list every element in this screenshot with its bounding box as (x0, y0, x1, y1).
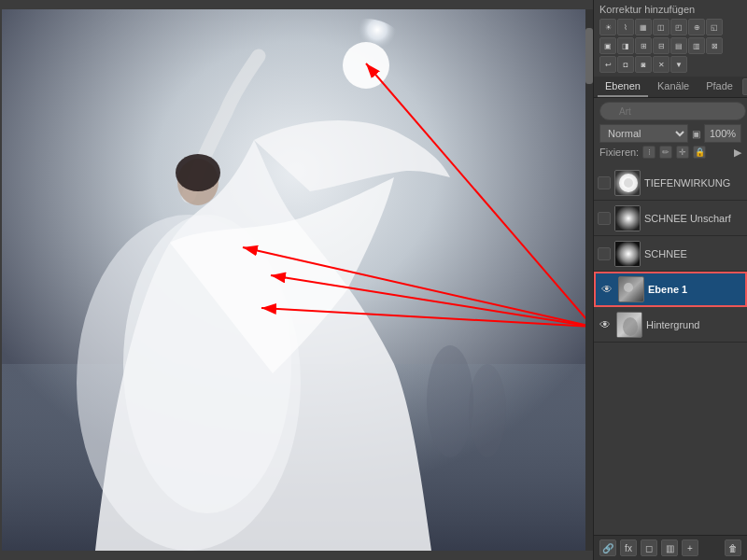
levels-icon[interactable]: ▦ (635, 19, 652, 35)
solid-color-icon[interactable]: ↩ (599, 56, 616, 73)
layer-schnee-unscharf[interactable]: SCHNEE Unscharf (594, 201, 747, 236)
add-style-btn[interactable]: fx (620, 539, 637, 556)
layer-thumb-tiefenwirkung (614, 170, 641, 196)
svg-point-9 (469, 364, 506, 457)
layer-thumb-schnee-unscharf (614, 205, 641, 231)
layer-thumb-hintergrund (616, 312, 642, 338)
layers-list: TIEFENWIRKUNG SCHNEE Unscharf SCHNEE 👁 (594, 165, 747, 535)
toolbar-row-1: ☀ ⌇ ▦ ◫ ◰ ⊕ ◱ (599, 19, 741, 35)
layer-visibility-schnee[interactable] (598, 247, 611, 260)
fix-move-icon[interactable]: ✛ (676, 146, 689, 159)
photo-background (2, 9, 590, 551)
layer-hintergrund[interactable]: 👁 Hintergrund (594, 307, 747, 343)
canvas-area (0, 0, 593, 560)
panel-title: Korrektur hinzufügen (599, 4, 741, 15)
toolbar-row-3: ↩ ◘ ◙ ✕ ▼ (599, 56, 741, 73)
gradient-icon[interactable]: ◙ (635, 56, 652, 73)
svg-point-16 (624, 178, 633, 188)
right-panel: Korrektur hinzufügen ☀ ⌇ ▦ ◫ ◰ ⊕ ◱ ▣ ◨ ⊞… (593, 0, 747, 560)
fixieren-label: Fixieren: (599, 147, 639, 158)
layer-tiefenwirkung[interactable]: TIEFENWIRKUNG (594, 165, 747, 201)
layer-thumb-ebene1 (618, 276, 644, 302)
layer-name-schnee: SCHNEE (644, 248, 743, 259)
fill-label: ▶ (734, 147, 741, 159)
channel-mixer-icon[interactable]: ⊞ (635, 37, 652, 54)
search-input[interactable] (599, 102, 746, 120)
search-row: 🔍 + ▦ (599, 102, 741, 120)
invert-icon[interactable]: ⊟ (653, 37, 669, 54)
search-wrapper: 🔍 (599, 102, 746, 120)
new-group-btn[interactable]: ▥ (661, 539, 678, 556)
vibrance-icon[interactable]: ⊕ (688, 19, 705, 35)
toolbar-row-2: ▣ ◨ ⊞ ⊟ ▤ ▥ ⊠ (599, 37, 741, 54)
fix-lock-icon[interactable]: 🔒 (693, 146, 706, 159)
svg-point-7 (176, 154, 220, 191)
svg-point-22 (623, 317, 638, 336)
layer-eye-ebene1[interactable]: 👁 (599, 282, 614, 297)
selective-color-icon[interactable]: ⊠ (706, 37, 723, 54)
canvas-scrollbar-thumb[interactable] (585, 28, 593, 84)
layer-visibility-schnee-unscharf[interactable] (598, 212, 611, 225)
svg-point-8 (427, 345, 473, 457)
svg-point-3 (343, 42, 389, 89)
panel-controls: 🔍 + ▦ Normal ▣ Fixieren: ⁝ ✏ ✛ 🔒 ▶ (594, 98, 747, 165)
brightness-icon[interactable]: ☀ (599, 19, 616, 35)
layer-name-schnee-unscharf: SCHNEE Unscharf (644, 213, 743, 224)
layer-name-hintergrund: Hintergrund (646, 319, 743, 330)
tab-ebenen[interactable]: Ebenen (598, 77, 648, 97)
photo-filter-icon[interactable]: ◨ (617, 37, 634, 54)
extra1-icon[interactable]: ✕ (653, 56, 669, 73)
fixieren-row: Fixieren: ⁝ ✏ ✛ 🔒 ▶ (599, 146, 741, 159)
layer-thumb-schnee (614, 241, 641, 267)
opacity-label: ▣ (692, 129, 700, 139)
link-layers-btn[interactable]: 🔗 (599, 539, 616, 556)
blend-mode-row: Normal ▣ (599, 124, 741, 143)
layer-eye-hintergrund[interactable]: 👁 (598, 317, 613, 332)
panel-footer: 🔗 fx ◻ ▥ + 🗑 (594, 535, 747, 560)
panel-menu-icon[interactable]: ▼ (742, 78, 747, 95)
curves-icon[interactable]: ⌇ (617, 19, 634, 35)
tab-pfade[interactable]: Pfade (698, 77, 740, 97)
add-mask-btn[interactable]: ◻ (641, 539, 657, 556)
canvas-scrollbar[interactable] (585, 9, 593, 551)
hsl-icon[interactable]: ◫ (653, 19, 669, 35)
add-layer-icon[interactable]: ▼ (670, 56, 687, 73)
posterize-icon[interactable]: ▤ (670, 37, 687, 54)
new-layer-btn[interactable]: + (682, 539, 698, 556)
layer-ebene1[interactable]: 👁 Ebene 1 (594, 272, 747, 307)
exposure-icon[interactable]: ◱ (706, 19, 723, 35)
svg-rect-18 (615, 241, 640, 267)
svg-point-20 (624, 283, 633, 292)
layer-schnee[interactable]: SCHNEE (594, 236, 747, 272)
gradient-map-icon[interactable]: ▣ (599, 37, 616, 54)
layer-visibility-tiefenwirkung[interactable] (598, 176, 611, 189)
fix-position-icon[interactable]: ⁝ (642, 146, 655, 159)
panel-header: Korrektur hinzufügen ☀ ⌇ ▦ ◫ ◰ ⊕ ◱ ▣ ◨ ⊞… (594, 0, 747, 77)
layer-name-ebene1: Ebene 1 (648, 284, 741, 295)
threshold-icon[interactable]: ▥ (688, 37, 705, 54)
fix-brush-icon[interactable]: ✏ (659, 146, 672, 159)
opacity-input[interactable] (704, 124, 741, 143)
layer-name-tiefenwirkung: TIEFENWIRKUNG (644, 177, 743, 189)
color-balance-icon[interactable]: ◰ (670, 19, 687, 35)
delete-layer-btn[interactable]: 🗑 (725, 539, 741, 556)
svg-rect-17 (615, 205, 640, 231)
blend-mode-select[interactable]: Normal (599, 124, 688, 143)
tab-kanaele[interactable]: Kanäle (650, 77, 697, 97)
tabs-row: Ebenen Kanäle Pfade ▼ ◱ (594, 77, 747, 98)
pattern-icon[interactable]: ◘ (617, 56, 634, 73)
